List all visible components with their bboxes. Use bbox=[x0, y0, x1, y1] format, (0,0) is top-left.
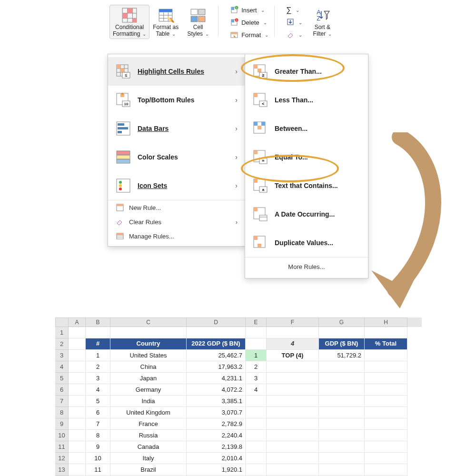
menu-new-rule[interactable]: New Rule... bbox=[108, 200, 245, 215]
svg-rect-45 bbox=[118, 123, 124, 126]
th-fval: 4 bbox=[267, 338, 319, 350]
menu-color-scales[interactable]: Color Scales› bbox=[108, 143, 245, 171]
insert-button[interactable]: + Insert⌄ bbox=[228, 5, 270, 15]
cell-styles-icon bbox=[190, 7, 206, 23]
menu-clear-rules[interactable]: Clear Rules› bbox=[108, 215, 245, 229]
conditional-formatting-button[interactable]: Conditional Formatting ⌄ bbox=[109, 5, 149, 39]
submenu-date-occurring[interactable]: A Date Occurring... bbox=[245, 200, 368, 228]
svg-rect-7 bbox=[132, 18, 137, 22]
svg-rect-60 bbox=[117, 233, 123, 235]
cells-group: + Insert⌄ × Delete⌄ Format⌄ bbox=[228, 5, 270, 40]
sort-filter-icon: AZ bbox=[314, 7, 330, 23]
annotation-arrow bbox=[367, 132, 447, 313]
submenu-equal-to[interactable]: = Equal To... bbox=[245, 143, 368, 171]
spreadsheet: ABCDEFGH 1 2 # Country 2022 GDP ($ BN) 4… bbox=[55, 317, 422, 476]
duplicate-values-icon bbox=[253, 235, 268, 250]
greater-than-icon: ≥ bbox=[253, 64, 268, 79]
label: Format as bbox=[153, 24, 178, 31]
svg-rect-48 bbox=[117, 151, 130, 155]
th-gbn: GDP ($ BN) bbox=[319, 338, 365, 350]
insert-icon: + bbox=[230, 6, 238, 14]
submenu-text-contains[interactable]: a Text that Contains... bbox=[245, 171, 368, 200]
svg-rect-56 bbox=[117, 204, 123, 206]
svg-rect-19 bbox=[231, 7, 234, 10]
column-headers[interactable]: ABCDEFGH bbox=[55, 317, 422, 327]
highlight-cells-icon: ≤ bbox=[116, 64, 131, 79]
svg-rect-51 bbox=[117, 179, 130, 192]
svg-rect-23 bbox=[231, 20, 234, 22]
sort-filter-button[interactable]: AZ Sort & Filter ⌄ bbox=[306, 5, 338, 39]
fill-icon bbox=[286, 18, 295, 27]
svg-rect-84 bbox=[259, 215, 267, 221]
menu-icon-sets[interactable]: Icon Sets› bbox=[108, 171, 245, 200]
format-button[interactable]: Format⌄ bbox=[228, 30, 270, 40]
svg-rect-75 bbox=[254, 150, 258, 154]
icon-sets-icon bbox=[116, 178, 131, 193]
svg-rect-5 bbox=[128, 8, 133, 13]
submenu-duplicate-values[interactable]: Duplicate Values... bbox=[245, 228, 368, 257]
grid[interactable]: 1 2 # Country 2022 GDP ($ BN) 4 GDP ($ B… bbox=[55, 327, 422, 476]
svg-point-53 bbox=[119, 184, 122, 187]
cell-styles-button[interactable]: Cell Styles ⌄ bbox=[182, 5, 214, 39]
submenu-greater-than[interactable]: ≥ Greater Than... bbox=[245, 57, 368, 86]
fill-button[interactable]: ⌄ bbox=[284, 17, 304, 28]
menu-data-bars[interactable]: Data Bars› bbox=[108, 114, 245, 143]
svg-rect-49 bbox=[117, 155, 130, 159]
svg-rect-36 bbox=[117, 65, 120, 69]
menu-manage-rules[interactable]: Manage Rules... bbox=[108, 229, 245, 243]
delete-icon: × bbox=[230, 18, 238, 27]
submenu-more-rules[interactable]: More Rules... bbox=[245, 257, 368, 275]
svg-text:≥: ≥ bbox=[262, 73, 265, 78]
svg-rect-47 bbox=[118, 131, 122, 133]
format-icon bbox=[230, 30, 238, 39]
svg-rect-67 bbox=[254, 93, 258, 97]
equal-to-icon: = bbox=[253, 149, 268, 165]
svg-text:10: 10 bbox=[124, 102, 129, 106]
clear-rules-icon bbox=[116, 218, 124, 226]
svg-rect-71 bbox=[254, 122, 258, 126]
svg-rect-62 bbox=[254, 65, 258, 69]
highlight-cells-submenu: ≥ Greater Than... < Less Than... Between… bbox=[245, 54, 368, 278]
svg-text:Z: Z bbox=[317, 15, 321, 22]
autosum-button[interactable]: ∑⌄ bbox=[284, 5, 304, 15]
svg-text:a: a bbox=[262, 188, 265, 192]
menu-highlight-cells-rules[interactable]: ≤ Highlight Cells Rules› bbox=[108, 57, 245, 86]
conditional-formatting-icon bbox=[121, 7, 138, 23]
svg-rect-27 bbox=[231, 32, 238, 34]
editing-group-a: ∑⌄ ⌄ ⌄ bbox=[284, 5, 304, 40]
ribbon: Conditional Formatting ⌄ Format as Table… bbox=[109, 5, 338, 40]
submenu-between[interactable]: Between... bbox=[245, 114, 368, 143]
delete-button[interactable]: × Delete⌄ bbox=[228, 17, 270, 28]
data-bars-icon bbox=[116, 121, 131, 136]
text-contains-icon: a bbox=[253, 178, 268, 193]
menu-top-bottom-rules[interactable]: 10 Top/Bottom Rules› bbox=[108, 86, 245, 114]
svg-rect-88 bbox=[258, 244, 261, 248]
th-num: # bbox=[86, 338, 110, 350]
svg-rect-79 bbox=[254, 179, 258, 183]
svg-rect-6 bbox=[122, 13, 128, 19]
date-occurring-icon bbox=[253, 207, 268, 222]
between-icon bbox=[253, 121, 268, 136]
svg-point-54 bbox=[119, 188, 122, 190]
color-scales-icon bbox=[116, 149, 131, 165]
svg-rect-9 bbox=[159, 9, 172, 12]
top-bottom-icon: 10 bbox=[116, 92, 131, 108]
less-than-icon: < bbox=[253, 92, 268, 108]
svg-rect-17 bbox=[198, 16, 205, 22]
svg-text:<: < bbox=[262, 101, 264, 106]
clear-button[interactable]: ⌄ bbox=[284, 30, 304, 40]
svg-rect-15 bbox=[198, 9, 205, 15]
svg-text:≤: ≤ bbox=[125, 73, 128, 78]
th-pct: % Total bbox=[365, 338, 407, 350]
svg-rect-14 bbox=[191, 9, 198, 15]
format-as-table-button[interactable]: Format as Table ⌄ bbox=[149, 5, 182, 39]
eraser-icon bbox=[286, 30, 295, 39]
svg-rect-16 bbox=[191, 16, 198, 22]
svg-text:×: × bbox=[236, 19, 238, 21]
svg-rect-87 bbox=[254, 236, 258, 240]
submenu-less-than[interactable]: < Less Than... bbox=[245, 86, 368, 114]
svg-rect-73 bbox=[258, 126, 261, 129]
th-gdp: 2022 GDP ($ BN) bbox=[187, 338, 246, 350]
new-rule-icon bbox=[116, 203, 124, 212]
conditional-formatting-menu: ≤ Highlight Cells Rules› 10 Top/Bottom R… bbox=[108, 54, 246, 247]
